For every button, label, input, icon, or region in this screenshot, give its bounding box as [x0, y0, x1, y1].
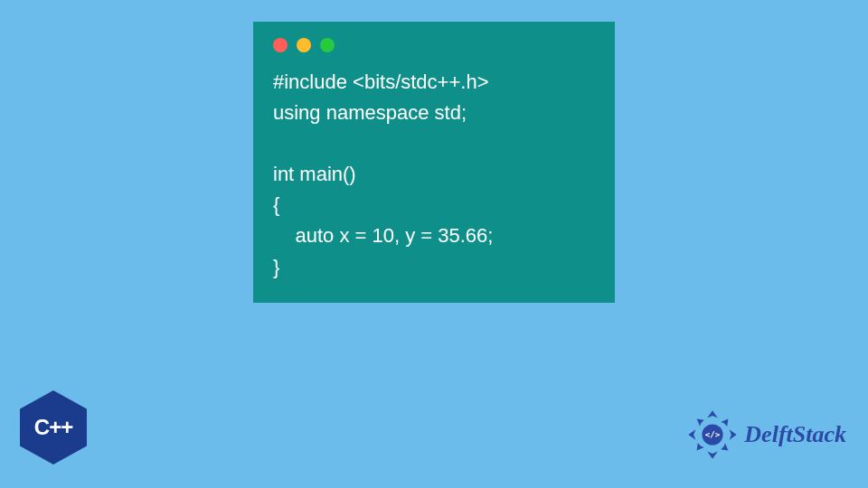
svg-text:</>: </>: [705, 429, 721, 439]
delftstack-icon: </>: [686, 408, 739, 461]
hexagon-icon: C++: [20, 390, 87, 465]
close-icon: [273, 38, 288, 52]
minimize-icon: [297, 38, 311, 52]
svg-marker-0: [708, 410, 719, 418]
svg-marker-4: [722, 419, 729, 427]
brand-logo: </> DelftStack: [686, 408, 846, 461]
svg-marker-6: [697, 443, 704, 450]
brand-name: DelftStack: [744, 421, 846, 448]
svg-marker-5: [722, 443, 729, 450]
svg-marker-7: [697, 419, 704, 427]
svg-marker-1: [730, 429, 737, 440]
cpp-badge: C++: [20, 390, 87, 465]
code-window: #include <bits/stdc++.h> using namespace…: [253, 22, 615, 303]
traffic-lights: [273, 38, 595, 52]
code-block: #include <bits/stdc++.h> using namespace…: [273, 67, 595, 283]
svg-marker-3: [689, 429, 696, 440]
cpp-label: C++: [34, 415, 72, 440]
maximize-icon: [320, 38, 335, 52]
svg-marker-2: [708, 452, 719, 459]
